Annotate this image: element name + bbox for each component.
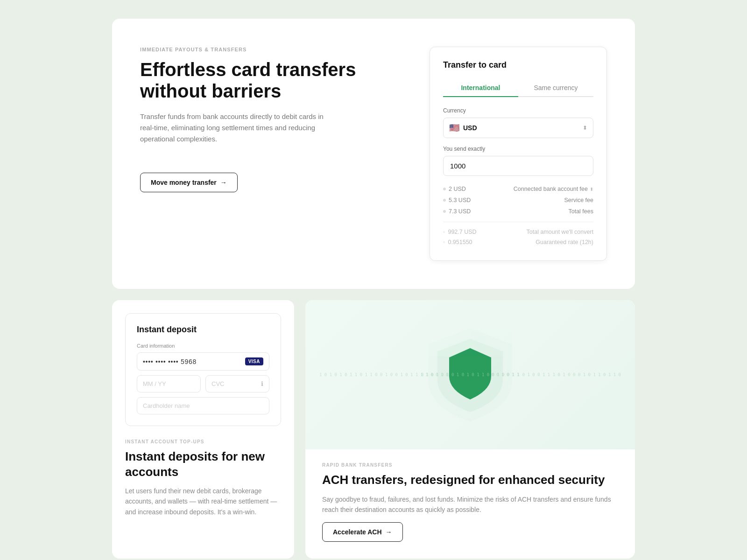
fee-dot-2 <box>443 199 446 202</box>
currency-select[interactable]: 🇺🇸 USD ⬍ <box>443 118 593 138</box>
card-fields-row: MM / YY CVC ℹ <box>137 375 269 392</box>
deposit-card-title: Instant deposit <box>137 325 269 335</box>
tabs-container: International Same currency <box>443 79 593 97</box>
instant-section-label: INSTANT ACCOUNT TOP-UPS <box>125 439 281 444</box>
fee-divider <box>443 222 593 222</box>
tab-international[interactable]: International <box>443 79 518 96</box>
move-money-button[interactable]: Move money transfer → <box>140 173 238 192</box>
main-description: Transfer funds from bank accounts direct… <box>140 111 327 145</box>
transfer-card: Transfer to card International Same curr… <box>430 47 607 261</box>
shield-visual: 1 0 1 0 1 0 1 1 0 1 1 0 0 1 0 0 1 0 1 1 … <box>305 300 635 449</box>
tab-same-currency[interactable]: Same currency <box>518 79 593 96</box>
top-section: IMMEDIATE PAYOUTS & TRANSFERS Effortless… <box>112 19 635 289</box>
bottom-section: Instant deposit Card information •••• ••… <box>112 300 635 559</box>
fee-dot-3 <box>443 210 446 213</box>
convert-row-2: ◦0.951550 Guaranteed rate (12h) <box>443 237 593 247</box>
select-arrows-icon: ⬍ <box>583 125 587 131</box>
bottom-left-text: INSTANT ACCOUNT TOP-UPS Instant deposits… <box>112 426 294 530</box>
cardholder-field[interactable]: Cardholder name <box>137 397 269 414</box>
currency-flag: 🇺🇸 <box>449 123 459 133</box>
send-label: You send exactly <box>443 146 593 152</box>
fee-arrows-icon: ⬍ <box>590 187 593 192</box>
ach-text-section: RAPID BANK TRANSFERS ACH transfers, rede… <box>305 449 635 559</box>
bottom-left-panel: Instant deposit Card information •••• ••… <box>112 300 294 559</box>
card-number-row: •••• •••• •••• 5968 VISA <box>137 352 269 371</box>
currency-value: USD <box>463 124 477 132</box>
currency-label: Currency <box>443 107 593 114</box>
page-wrapper: IMMEDIATE PAYOUTS & TRANSFERS Effortless… <box>112 19 635 559</box>
fee-row-1: 2 USD Connected bank account fee ⬍ <box>443 183 593 195</box>
section-label: IMMEDIATE PAYOUTS & TRANSFERS <box>140 47 402 52</box>
instant-heading: Instant deposits for new accounts <box>125 449 281 479</box>
ach-heading: ACH transfers, redesigned for enhanced s… <box>322 472 618 488</box>
expiry-field[interactable]: MM / YY <box>137 375 201 392</box>
bottom-right-panel: 1 0 1 0 1 0 1 1 0 1 1 0 0 1 0 0 1 0 1 1 … <box>305 300 635 559</box>
card-number: •••• •••• •••• 5968 <box>143 358 245 365</box>
instant-description: Let users fund their new debit cards, br… <box>125 486 281 517</box>
main-heading: Effortless card transfers without barrie… <box>140 59 402 102</box>
card-info-label: Card information <box>137 343 269 349</box>
arrow-icon: → <box>220 179 227 186</box>
transfer-card-title: Transfer to card <box>443 60 593 70</box>
binary-right-decoration: 0 1 0 1 0 1 0 1 0 1 0 1 1 0 0 1 0 0 1 1 … <box>421 372 621 378</box>
fee-row-3: 7.3 USD Total fees <box>443 206 593 217</box>
ach-description: Say goodbye to fraud, failures, and lost… <box>322 494 618 515</box>
fee-dot-1 <box>443 188 446 190</box>
cvc-info-icon: ℹ <box>261 380 263 387</box>
deposit-card: Instant deposit Card information •••• ••… <box>125 313 281 426</box>
amount-input[interactable] <box>443 156 593 176</box>
ach-section-label: RAPID BANK TRANSFERS <box>322 462 618 468</box>
accelerate-ach-button[interactable]: Accelerate ACH → <box>322 522 403 542</box>
cvc-field[interactable]: CVC ℹ <box>205 375 269 392</box>
convert-row-1: ◦992.7 USD Total amount we'll convert <box>443 227 593 237</box>
fee-row-2: 5.3 USD Service fee <box>443 195 593 206</box>
deposit-card-wrapper: Instant deposit Card information •••• ••… <box>112 300 294 426</box>
ach-arrow-icon: → <box>386 528 392 536</box>
visa-badge: VISA <box>245 357 263 365</box>
top-left-content: IMMEDIATE PAYOUTS & TRANSFERS Effortless… <box>140 47 411 192</box>
